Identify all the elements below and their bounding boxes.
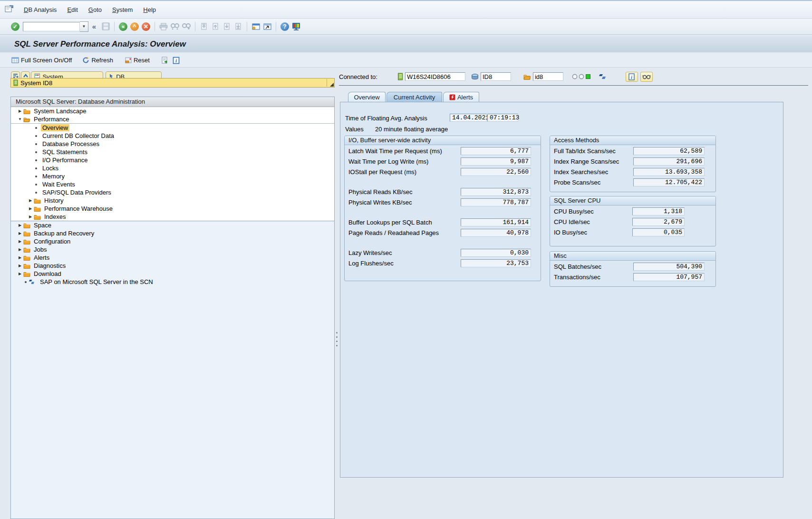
next-page-icon[interactable] <box>221 21 232 32</box>
menu-goto[interactable]: Goto <box>83 5 107 15</box>
collapse-toolbar-icon[interactable]: « <box>88 21 100 32</box>
tree-item-history[interactable]: ▶History <box>11 196 334 205</box>
metric-row: CPU Busy/sec1,318 <box>550 207 715 215</box>
expander-icon[interactable]: ▼ <box>17 115 23 123</box>
up-icon[interactable]: ^ <box>129 21 140 32</box>
tree-item-sap-sql-data-providers[interactable]: SAP/SQL Data Providers <box>11 188 334 196</box>
tree-item-memory[interactable]: Memory <box>11 172 334 180</box>
refresh-button[interactable]: Refresh <box>80 56 115 65</box>
tree-item-wait-events[interactable]: Wait Events <box>11 180 334 188</box>
tree-item-database-processes[interactable]: Database Processes <box>11 140 334 148</box>
connected-server-field[interactable] <box>405 72 465 81</box>
reset-icon <box>125 57 132 64</box>
tree-item-performance-warehouse[interactable]: ▶Performance Warehouse <box>11 205 334 213</box>
metric-value-latch-wait-time-per-request-ms: 6,777 <box>461 147 531 155</box>
bullet-icon <box>25 281 27 283</box>
connected-directory-field[interactable] <box>533 72 563 81</box>
metric-row: CPU Idle/sec2,679 <box>550 218 715 226</box>
tree-item-download[interactable]: ▶Download <box>11 270 334 278</box>
tree-item-diagnostics[interactable]: ▶Diagnostics <box>11 262 334 270</box>
folder-open-icon <box>523 74 531 80</box>
print-icon[interactable] <box>158 21 169 32</box>
folder-icon <box>23 239 30 245</box>
prev-page-icon[interactable] <box>210 21 221 32</box>
tree-item-performance[interactable]: ▼Performance <box>11 115 334 124</box>
reset-button[interactable]: Reset <box>123 56 152 65</box>
metric-label-probe-scans-sec: Probe Scans/sec <box>554 178 600 186</box>
tree-item-locks[interactable]: Locks <box>11 164 334 172</box>
expander-icon[interactable]: ▶ <box>17 221 23 229</box>
tree-item-space[interactable]: ▶Space <box>11 221 334 229</box>
back-icon[interactable]: « <box>117 21 129 32</box>
tree-item-i-o-performance[interactable]: I/O Performance <box>11 156 334 164</box>
info-icon[interactable]: i <box>171 55 182 66</box>
tree-item-label: History <box>43 197 65 204</box>
tree-item-system-landscape[interactable]: ▶System Landscape <box>11 107 334 115</box>
folder-icon <box>23 108 30 114</box>
tree-item-alerts[interactable]: ▶Alerts <box>11 254 334 262</box>
sap-gui-window: DB AnalysisEditGotoSystemHelp ✓ ▼ « « ^ … <box>0 0 812 519</box>
first-page-icon[interactable] <box>198 21 210 32</box>
tree-item-sap-on-microsoft-sql-server-in-the-scn[interactable]: SAP on Microsoft SQL Server in the SCN <box>11 278 334 286</box>
page-title: SQL Server Performance Analysis: Overvie… <box>0 39 186 49</box>
tree-item-configuration[interactable]: ▶Configuration <box>11 237 334 245</box>
expander-icon[interactable]: ▶ <box>17 262 23 270</box>
tree-item-indexes[interactable]: ▶Indexes <box>11 213 334 221</box>
expander-icon[interactable]: ▶ <box>27 205 34 213</box>
export-icon[interactable] <box>159 55 171 66</box>
tree-item-backup-and-recovery[interactable]: ▶Backup and Recovery <box>11 229 334 237</box>
metric-row: Probe Scans/sec12.705,422 <box>550 178 715 186</box>
expander-icon[interactable]: ▶ <box>17 245 23 254</box>
last-page-icon[interactable] <box>232 21 244 32</box>
display-button[interactable] <box>640 72 653 82</box>
status-lights <box>572 74 591 79</box>
shortcut-icon[interactable] <box>261 21 273 32</box>
expander-icon[interactable]: ▶ <box>17 254 23 262</box>
group-misc: MiscSQL Batches/sec504,390Transactions/s… <box>550 251 716 287</box>
menu-system[interactable]: System <box>107 5 138 15</box>
tree-item-overview[interactable]: Overview <box>11 124 334 132</box>
metric-label-iostall-per-request-ms: IOStall per Request (ms) <box>348 168 416 176</box>
system-select-dropdown-icon[interactable] <box>327 79 334 87</box>
expander-icon[interactable]: ▶ <box>17 107 23 115</box>
metric-row: Page Reads / Readahead Pages40,978 <box>345 229 541 237</box>
menu-db-analysis[interactable]: DB Analysis <box>19 5 62 15</box>
tree-item-label: Performance <box>32 116 70 123</box>
bullet-icon <box>35 151 37 153</box>
expander-icon[interactable]: ▶ <box>27 213 34 221</box>
menu-help[interactable]: Help <box>138 5 161 15</box>
tree-item-jobs[interactable]: ▶Jobs <box>11 245 334 254</box>
save-icon[interactable] <box>100 21 111 32</box>
help-icon[interactable]: ? <box>279 21 290 32</box>
expander-icon[interactable]: ▶ <box>17 270 23 278</box>
info-button[interactable]: i <box>626 72 638 82</box>
tab-current-activity[interactable]: Current Activity <box>387 92 442 102</box>
new-session-icon[interactable] <box>250 21 261 32</box>
tree-item-current-db-collector-data[interactable]: Current DB Collector Data <box>11 132 334 140</box>
expander-icon[interactable]: ▶ <box>17 229 23 237</box>
exit-icon[interactable]: ✕ <box>140 21 152 32</box>
layout-icon[interactable] <box>290 21 302 32</box>
find-icon[interactable] <box>169 21 181 32</box>
find-next-icon[interactable] <box>181 21 192 32</box>
command-field[interactable] <box>23 22 80 31</box>
expander-icon[interactable]: ▶ <box>17 237 23 245</box>
panel-splitter[interactable] <box>336 332 338 349</box>
sql-editor-icon[interactable] <box>599 74 607 79</box>
system-select[interactable]: System ID8 <box>10 78 335 88</box>
command-dropdown-icon[interactable]: ▼ <box>80 21 88 32</box>
tree-item-label: Download <box>32 270 63 277</box>
metric-label-io-busy-sec: IO Busy/sec <box>554 228 587 236</box>
full-screen-button[interactable]: Full Screen On/Off <box>10 56 74 65</box>
menu-edit[interactable]: Edit <box>62 5 83 15</box>
connected-database-field[interactable] <box>481 72 511 81</box>
expander-icon[interactable]: ▶ <box>27 196 34 205</box>
tree-item-sql-statements[interactable]: SQL Statements <box>11 148 334 156</box>
tab-overview[interactable]: Overview <box>348 92 386 102</box>
transaction-icon[interactable] <box>5 5 14 14</box>
enter-icon[interactable]: ✓ <box>10 21 21 32</box>
tab-alerts[interactable]: Alerts <box>443 92 479 102</box>
metric-row: Lazy Writes/sec0,030 <box>345 249 541 257</box>
tree-item-label: Indexes <box>43 213 68 220</box>
tree-item-label: SQL Statements <box>41 148 89 156</box>
